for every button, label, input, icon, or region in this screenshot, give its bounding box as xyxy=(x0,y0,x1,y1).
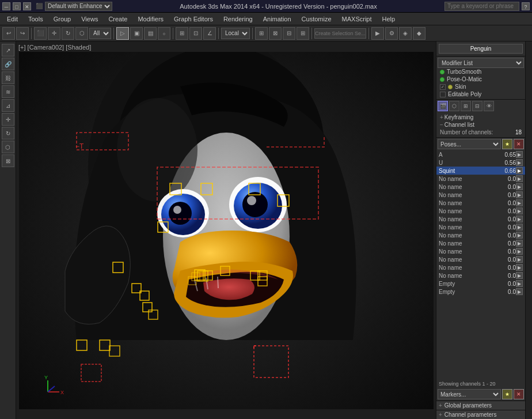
channel-row-a[interactable]: A 0.65 ▶ xyxy=(436,150,525,158)
bind-space-warp-btn[interactable]: ≋ xyxy=(2,85,14,98)
link-tool-btn[interactable]: 🔗 xyxy=(2,58,14,70)
viewport[interactable]: [+] [Camera002] [Shaded] xyxy=(16,41,436,419)
close-icon[interactable]: ✕ xyxy=(23,2,31,10)
channel-11-arrow[interactable]: ▶ xyxy=(516,232,523,239)
channel-empty1-arrow[interactable]: ▶ xyxy=(516,280,523,287)
menu-help[interactable]: Help xyxy=(378,14,400,24)
channel-empty2-arrow[interactable]: ▶ xyxy=(516,288,523,295)
global-params-row[interactable]: + Global parameters xyxy=(436,401,525,410)
redo-icon[interactable]: ↪ xyxy=(16,27,29,40)
select-icon[interactable]: ⬛ xyxy=(34,27,47,40)
modifier-skin[interactable]: ✓ Skin xyxy=(438,83,524,90)
markers-remove-btn[interactable]: ✕ xyxy=(514,389,524,399)
channel-5-arrow[interactable]: ▶ xyxy=(516,183,523,190)
channel-8-arrow[interactable]: ▶ xyxy=(516,207,523,214)
channel-12-arrow[interactable]: ▶ xyxy=(516,240,523,247)
poses-dropdown[interactable]: Poses... xyxy=(438,139,501,149)
channel-14-arrow[interactable]: ▶ xyxy=(516,256,523,263)
channel-15-arrow[interactable]: ▶ xyxy=(516,264,523,271)
poses-remove-btn[interactable]: ✕ xyxy=(514,139,524,149)
modifier-turbosmooth[interactable]: TurboSmooth xyxy=(438,68,524,76)
snap-3d-icon[interactable]: ⊡ xyxy=(189,27,202,40)
menu-tools[interactable]: Tools xyxy=(24,14,48,24)
menu-graph-editors[interactable]: Graph Editors xyxy=(169,14,218,24)
squash-btn[interactable]: ⊠ xyxy=(2,154,14,167)
rotate-btn[interactable]: ↻ xyxy=(2,127,14,139)
move-btn[interactable]: ✛ xyxy=(2,113,14,126)
channel-row-13[interactable]: No name 0.0 ▶ xyxy=(436,247,525,255)
array-icon[interactable]: ⊟ xyxy=(283,27,295,40)
markers-add-btn[interactable]: ★ xyxy=(502,389,512,399)
modifier-list-dropdown[interactable]: Modifier List xyxy=(438,58,524,68)
modifier-editable-poly[interactable]: Editable Poly xyxy=(438,90,524,98)
channel-params-row[interactable]: + Channel parameters xyxy=(436,410,525,419)
menu-modifiers[interactable]: Modifiers xyxy=(133,14,168,24)
menu-customize[interactable]: Customize xyxy=(297,14,336,24)
channel-row-7[interactable]: No name 0.0 ▶ xyxy=(436,199,525,207)
create-selection-input[interactable] xyxy=(314,28,366,39)
menu-group[interactable]: Group xyxy=(49,14,76,24)
channel-row-u[interactable]: U 0.56 ▶ xyxy=(436,158,525,167)
channel-row-6[interactable]: No name 0.0 ▶ xyxy=(436,191,525,199)
material-editor-icon[interactable]: ◆ xyxy=(413,27,425,40)
channel-4-arrow[interactable]: ▶ xyxy=(516,175,523,182)
channel-10-arrow[interactable]: ▶ xyxy=(516,224,523,231)
align-icon[interactable]: ⊞ xyxy=(255,27,268,40)
render-settings-icon[interactable]: ⚙ xyxy=(385,27,398,40)
channel-row-12[interactable]: No name 0.0 ▶ xyxy=(436,239,525,247)
modifier-pose-o-matic[interactable]: Pose-O-Matic xyxy=(438,76,524,83)
scale-icon[interactable]: ⬡ xyxy=(75,27,88,40)
scale-btn[interactable]: ⬡ xyxy=(2,141,14,153)
channel-row-empty2[interactable]: Empty 0.0 ▶ xyxy=(436,288,525,296)
modifier-icon[interactable]: ⊟ xyxy=(472,101,482,111)
channel-row-10[interactable]: No name 0.0 ▶ xyxy=(436,223,525,231)
menu-edit[interactable]: Edit xyxy=(2,14,22,24)
menu-views[interactable]: Views xyxy=(77,14,102,24)
channel-row-squint[interactable]: Squint 0.66 ▶ xyxy=(436,167,525,175)
maximize-icon[interactable]: □ xyxy=(13,2,21,10)
menu-create[interactable]: Create xyxy=(104,14,132,24)
channel-row-4[interactable]: No name 0.0 ▶ xyxy=(436,175,525,183)
filter-select[interactable]: All xyxy=(89,28,111,39)
menu-maxscript[interactable]: MAXScript xyxy=(337,14,377,24)
channel-squint-arrow[interactable]: ▶ xyxy=(516,167,523,174)
unlink-tool-btn[interactable]: ⛓ xyxy=(2,71,14,84)
poses-add-btn[interactable]: ★ xyxy=(502,139,512,149)
channel-row-empty1[interactable]: Empty 0.0 ▶ xyxy=(436,280,525,288)
display-icon[interactable]: 👁 xyxy=(484,101,494,111)
channel-7-arrow[interactable]: ▶ xyxy=(516,199,523,206)
menu-animation[interactable]: Animation xyxy=(259,14,296,24)
reference-coord-select[interactable]: Local xyxy=(221,28,250,39)
hierarchy-icon[interactable]: ⬡ xyxy=(449,101,459,111)
angle-snap-icon[interactable]: ∠ xyxy=(203,27,216,40)
markers-dropdown[interactable]: Markers... xyxy=(438,389,501,399)
channel-row-16[interactable]: No name 0.0 ▶ xyxy=(436,271,525,280)
select-region-icon[interactable]: ▣ xyxy=(130,27,143,40)
channel-row-8[interactable]: No name 0.0 ▶ xyxy=(436,207,525,215)
undo-icon[interactable]: ↩ xyxy=(2,27,15,40)
select-filter-btn[interactable]: ⊿ xyxy=(2,99,14,112)
snap-2d-icon[interactable]: ⊞ xyxy=(176,27,188,40)
window-crossing-icon[interactable]: ▤ xyxy=(144,27,157,40)
select-object-icon[interactable]: ▷ xyxy=(116,27,129,40)
skin-icon[interactable]: ⊞ xyxy=(461,101,471,111)
move-icon[interactable]: ✛ xyxy=(48,27,60,40)
motion-icon[interactable]: 🎬 xyxy=(438,101,448,111)
channel-row-15[interactable]: No name 0.0 ▶ xyxy=(436,263,525,271)
channel-a-arrow[interactable]: ▶ xyxy=(516,151,523,158)
channel-row-9[interactable]: No name 0.0 ▶ xyxy=(436,215,525,223)
mirror-icon[interactable]: ⊠ xyxy=(269,27,282,40)
search-input[interactable] xyxy=(444,2,519,11)
channel-16-arrow[interactable]: ▶ xyxy=(516,272,523,279)
preset-dropdown[interactable]: Default with Enhance xyxy=(45,2,112,11)
channel-6-arrow[interactable]: ▶ xyxy=(516,191,523,198)
open-schematic-icon[interactable]: ⊞ xyxy=(297,27,309,40)
channel-row-11[interactable]: No name 0.0 ▶ xyxy=(436,231,525,239)
channel-u-arrow[interactable]: ▶ xyxy=(516,159,523,166)
paint-select-icon[interactable]: ⬦ xyxy=(158,27,170,40)
channel-13-arrow[interactable]: ▶ xyxy=(516,248,523,255)
channel-9-arrow[interactable]: ▶ xyxy=(516,216,523,222)
help-icon[interactable]: ? xyxy=(522,2,530,10)
channel-row-5[interactable]: No name 0.0 ▶ xyxy=(436,183,525,191)
select-tool-btn[interactable]: ↗ xyxy=(2,44,14,56)
